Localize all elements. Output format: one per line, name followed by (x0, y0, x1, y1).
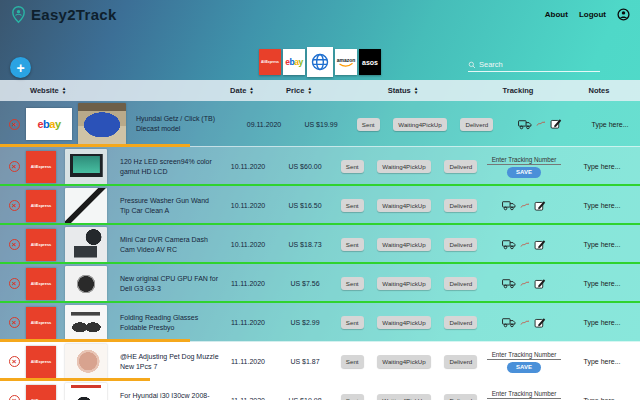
tracking-cell: Enter Tracking Number SAVE (484, 199, 564, 213)
edit-tracking-icon[interactable] (534, 278, 546, 290)
aliexpress-logo: AliExpress (26, 385, 56, 400)
edit-tracking-icon[interactable] (534, 200, 546, 212)
status-waiting-button[interactable]: Waiting4PickUp (377, 238, 430, 251)
status-sent-button[interactable]: Sent (341, 355, 364, 368)
filter-asos[interactable]: asos (359, 49, 381, 75)
delete-row-icon[interactable]: × (9, 317, 20, 328)
tracking-number-input[interactable]: Enter Tracking Number (487, 156, 562, 165)
courier-stamp-icon[interactable] (535, 117, 547, 131)
status-delivered-button[interactable]: Deliverd (444, 238, 477, 251)
status-waiting-button[interactable]: Waiting4PickUp (377, 316, 430, 329)
edit-tracking-icon[interactable] (550, 118, 562, 130)
filter-amazon[interactable]: amazon (335, 49, 357, 75)
product-image[interactable] (65, 344, 107, 380)
status-sent-button[interactable]: Sent (341, 316, 364, 329)
notes-input[interactable]: Type here... (564, 202, 640, 209)
delivery-truck-icon[interactable] (502, 317, 516, 328)
column-header-price[interactable]: Price ▲▼ (270, 86, 328, 95)
column-header-website[interactable]: Website ▲▼ (0, 86, 214, 95)
product-title[interactable]: Hyundai Getz / Click (TB) Diecast model (136, 114, 236, 134)
status-sent-button[interactable]: Sent (341, 238, 364, 251)
delete-row-icon[interactable]: × (9, 200, 20, 211)
status-delivered-button[interactable]: Deliverd (444, 355, 477, 368)
product-title[interactable]: @HE Adjusting Pet Dog Muzzle New 1Pcs 7 (120, 352, 220, 372)
delivery-truck-icon[interactable] (502, 200, 516, 211)
delete-row-icon[interactable]: × (9, 119, 20, 130)
delivery-truck-icon[interactable] (518, 119, 532, 130)
logout-link[interactable]: Logout (579, 10, 606, 19)
column-header-date[interactable]: Date ▲▼ (214, 86, 270, 95)
status-delivered-button[interactable]: Deliverd (460, 118, 493, 131)
product-image[interactable] (65, 305, 107, 341)
delete-row-icon[interactable]: × (9, 161, 20, 172)
notes-input[interactable]: Type here... (580, 121, 640, 128)
product-image[interactable] (78, 103, 126, 145)
about-link[interactable]: About (545, 10, 568, 19)
delete-row-icon[interactable]: × (9, 239, 20, 250)
courier-stamp-icon[interactable] (519, 238, 531, 252)
tracking-cell: Enter Tracking Number SAVE (484, 238, 564, 252)
delete-row-icon[interactable]: × (9, 395, 20, 400)
product-title[interactable]: Mini Car DVR Camera Dash Cam Video AV RC (120, 235, 220, 255)
add-item-button[interactable]: + (10, 57, 31, 78)
sort-icon[interactable]: ▲▼ (414, 87, 419, 94)
notes-input[interactable]: Type here... (564, 163, 640, 170)
notes-input[interactable]: Type here... (564, 358, 640, 365)
product-title[interactable]: New original CPU GPU FAN for Dell G3 G3-… (120, 274, 220, 294)
sort-icon[interactable]: ▲▼ (62, 87, 67, 94)
user-icon[interactable] (617, 8, 630, 21)
filter-aliexpress[interactable]: AliExpress (259, 49, 281, 75)
edit-tracking-icon[interactable] (534, 317, 546, 329)
delete-row-icon[interactable]: × (9, 278, 20, 289)
courier-stamp-icon[interactable] (519, 199, 531, 213)
notes-input[interactable]: Type here... (564, 280, 640, 287)
status-cell: Sent Waiting4PickUp Deliverd (334, 238, 484, 251)
product-image[interactable] (65, 149, 107, 185)
column-header-notes: Notes (558, 86, 640, 95)
delivery-truck-icon[interactable] (502, 239, 516, 250)
courier-stamp-icon[interactable] (519, 277, 531, 291)
save-tracking-button[interactable]: SAVE (507, 362, 541, 373)
status-waiting-button[interactable]: Waiting4PickUp (377, 199, 430, 212)
product-image[interactable] (65, 266, 107, 302)
notes-input[interactable]: Type here... (564, 319, 640, 326)
product-image[interactable] (65, 227, 107, 263)
edit-tracking-icon[interactable] (534, 239, 546, 251)
status-sent-button[interactable]: Sent (341, 277, 364, 290)
product-image[interactable] (65, 188, 107, 224)
delete-row-icon[interactable]: × (9, 356, 20, 367)
status-delivered-button[interactable]: Deliverd (444, 394, 477, 400)
status-sent-button[interactable]: Sent (341, 160, 364, 173)
website-cell: AliExpress ebay (26, 108, 72, 140)
product-image[interactable] (65, 383, 107, 400)
status-sent-button[interactable]: Sent (341, 394, 364, 400)
status-waiting-button[interactable]: Waiting4PickUp (377, 394, 430, 400)
status-sent-button[interactable]: Sent (357, 118, 380, 131)
product-title[interactable]: Folding Reading Glasses Foldable Presbyo (120, 313, 220, 333)
status-sent-button[interactable]: Sent (341, 199, 364, 212)
delivery-truck-icon[interactable] (502, 278, 516, 289)
status-waiting-button[interactable]: Waiting4PickUp (377, 355, 430, 368)
save-tracking-button[interactable]: SAVE (507, 167, 541, 178)
status-delivered-button[interactable]: Deliverd (444, 160, 477, 173)
product-title[interactable]: 120 Hz LED screen94% color gamut HD LCD (120, 157, 220, 177)
status-delivered-button[interactable]: Deliverd (444, 277, 477, 290)
product-title[interactable]: For Hyundai i30 I30cw 2008-2011 Car (120, 391, 220, 400)
sort-icon[interactable]: ▲▼ (249, 87, 254, 94)
tracking-number-input[interactable]: Enter Tracking Number (487, 390, 562, 399)
product-title[interactable]: Pressure Washer Gun Wand Tip Car Clean A (120, 196, 220, 216)
filter-web[interactable] (307, 47, 333, 77)
status-delivered-button[interactable]: Deliverd (444, 316, 477, 329)
filter-ebay[interactable]: ebay (283, 49, 305, 75)
notes-input[interactable]: Type here... (564, 241, 640, 248)
column-header-status[interactable]: Status ▲▼ (328, 86, 478, 95)
status-waiting-button[interactable]: Waiting4PickUp (377, 160, 430, 173)
status-waiting-button[interactable]: Waiting4PickUp (393, 118, 446, 131)
sort-icon[interactable]: ▲▼ (307, 87, 312, 94)
status-waiting-button[interactable]: Waiting4PickUp (377, 277, 430, 290)
amazon-smile-icon (338, 63, 354, 67)
search-field[interactable]: Search (468, 60, 600, 72)
courier-stamp-icon[interactable] (519, 316, 531, 330)
tracking-number-input[interactable]: Enter Tracking Number (487, 351, 562, 360)
status-delivered-button[interactable]: Deliverd (444, 199, 477, 212)
